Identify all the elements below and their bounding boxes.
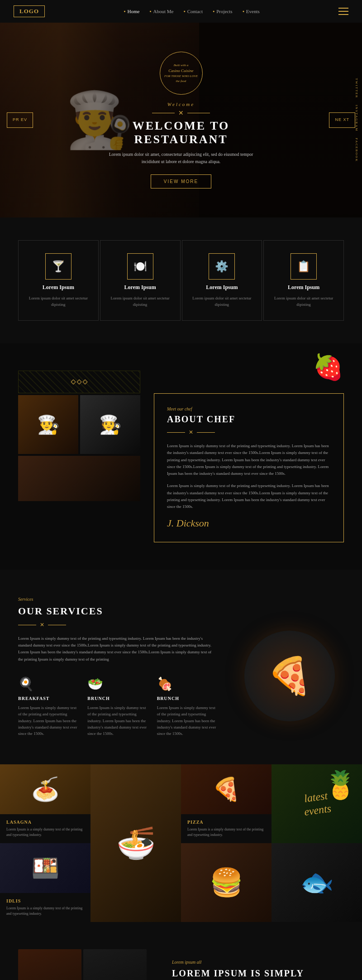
feature-title-1: Lorem Ipsum bbox=[124, 284, 156, 291]
nav-about[interactable]: ●About Me bbox=[149, 9, 173, 14]
testimonial-img-2: 🧑‍🍳 bbox=[83, 949, 147, 980]
service-title-0: BREAKFAST bbox=[18, 696, 78, 701]
event-cell-pizza: 🍕 PIZZA Lorem Ipsum is a simply dummy te… bbox=[181, 764, 272, 843]
about-body2: Lorem Ipsum is simply dummy text of the … bbox=[167, 483, 331, 510]
pizza-title: PIZZA bbox=[187, 820, 265, 825]
feature-text-0: Lorem ipsum dolor sit amet sectetur dipi… bbox=[26, 295, 91, 308]
nav-contact[interactable]: ●Contact bbox=[183, 9, 202, 14]
service-icon-1: 🥗 bbox=[87, 676, 148, 691]
burger-menu[interactable] bbox=[338, 8, 348, 15]
feature-item-3: 📋 Lorem Ipsum Lorem ipsum dolor sit amet… bbox=[263, 240, 344, 321]
hero-title: WELCOME TO RESTAURANT bbox=[90, 119, 272, 146]
hero-cta-btn[interactable]: VIEW MORE bbox=[151, 174, 211, 188]
about-content: Meet our chef ABOUT CHEF ✕ Lorem Ipsum i… bbox=[154, 393, 344, 542]
events-section: 🍝 LASAGNA Lorem Ipsum is a simply dummy … bbox=[0, 764, 362, 922]
feature-icon-1: 🍽️ bbox=[127, 253, 153, 280]
services-section: Services OUR SERVICES ✕ Lorem Ipsum is s… bbox=[0, 570, 362, 764]
feature-text-1: Lorem ipsum dolor sit amet sectetur dipi… bbox=[108, 295, 173, 308]
feature-icon-2: ⚙️ bbox=[209, 253, 235, 280]
nav-events[interactable]: ●Events bbox=[243, 9, 260, 14]
service-text-0: Lorem Ipsum is simply dummy text of the … bbox=[18, 705, 78, 737]
event-cell-burger: 🍔 bbox=[181, 843, 272, 922]
about-divider: ✕ bbox=[167, 429, 331, 436]
services-divider: ✕ bbox=[18, 622, 217, 628]
social-sidebar: Twitter Instagram Facebook bbox=[355, 78, 358, 162]
features-grid: 🍸 Lorem Ipsum Lorem ipsum dolor sit amet… bbox=[18, 240, 344, 321]
service-text-1: Lorem Ipsum is simply dummy text of the … bbox=[87, 705, 148, 737]
testimonial-images-container: ‹ 👨‍🍳 🧑‍🍳 › bbox=[18, 949, 149, 980]
event-cell-pasta: 🍜 bbox=[90, 764, 181, 922]
hero-subtitle: Lorem ipsum dolor sit amet, consectetur … bbox=[90, 151, 272, 165]
event-cell-lasagna: 🍝 LASAGNA Lorem Ipsum is a simply dummy … bbox=[0, 764, 90, 843]
event-cell-fish: 🐟 bbox=[272, 843, 362, 922]
about-images: 👨‍🍳 🧑‍🍳 bbox=[18, 371, 140, 501]
pizza-cell-img: 🍕 bbox=[181, 764, 272, 814]
hero-section: 👨‍🍳 PR EV NE XT Twitter Instagram Facebo… bbox=[0, 23, 362, 217]
features-section: 🍸 Lorem Ipsum Lorem ipsum dolor sit amet… bbox=[0, 217, 362, 343]
feature-title-0: Lorem Ipsum bbox=[43, 284, 74, 291]
hero-prev-btn[interactable]: PR EV bbox=[7, 112, 33, 128]
testimonial-img-1: 👨‍🍳 bbox=[18, 949, 81, 980]
social-facebook[interactable]: Facebook bbox=[355, 138, 358, 162]
services-label: Services bbox=[18, 597, 217, 602]
lasagna-title: LASAGNA bbox=[6, 820, 84, 825]
service-text-2: Lorem Ipsum is simply dummy text of the … bbox=[157, 705, 217, 737]
idlis-title: IDLIS bbox=[6, 898, 84, 903]
nav-links: ●Home ●About Me ●Contact ●Projects ●Even… bbox=[124, 9, 260, 14]
hero-badge-text: Built with a Casino Cuisine FOR THOSE WH… bbox=[162, 61, 200, 86]
about-large-img bbox=[18, 456, 140, 501]
services-left: Services OUR SERVICES ✕ Lorem Ipsum is s… bbox=[18, 597, 217, 737]
hero-content: Built with a Casino Cuisine FOR THOSE WH… bbox=[90, 52, 272, 188]
about-signature: J. Dickson bbox=[167, 517, 331, 529]
testimonial-inner: ‹ 👨‍🍳 🧑‍🍳 › Lorem ipsum all LOREM IPSUM … bbox=[18, 949, 344, 980]
feature-icon-0: 🍸 bbox=[45, 253, 71, 280]
about-label: Meet our chef bbox=[167, 406, 331, 411]
services-title: OUR SERVICES bbox=[18, 605, 217, 617]
social-twitter[interactable]: Twitter bbox=[355, 78, 358, 99]
feature-title-3: Lorem Ipsum bbox=[288, 284, 319, 291]
services-inner: Services OUR SERVICES ✕ Lorem Ipsum is s… bbox=[18, 597, 344, 737]
events-grid: 🍝 LASAGNA Lorem Ipsum is a simply dummy … bbox=[0, 764, 362, 922]
services-pizza-img: 🍕 bbox=[235, 597, 344, 737]
idlis-text: Lorem Ipsum is a simply dummy text of th… bbox=[6, 906, 84, 917]
about-inner: 👨‍🍳 🧑‍🍳 Meet our chef ABOUT CHEF ✕ Lorem… bbox=[18, 371, 344, 542]
about-pattern bbox=[18, 371, 140, 393]
feature-title-2: Lorem Ipsum bbox=[206, 284, 238, 291]
about-section: 🍓 👨‍🍳 🧑‍🍳 Meet our chef ABOUT CHEF bbox=[0, 343, 362, 570]
hero-next-btn[interactable]: NE XT bbox=[329, 112, 355, 128]
event-cell-idlis: 🍱 IDLIS Lorem Ipsum is a simply dummy te… bbox=[0, 843, 90, 922]
strawberry-decoration: 🍓 bbox=[313, 352, 344, 382]
hero-badge: Built with a Casino Cuisine FOR THOSE WH… bbox=[160, 52, 203, 95]
logo[interactable]: LOGO bbox=[14, 5, 45, 17]
service-card-2: 🍖 BRUNCH Lorem Ipsum is simply dummy tex… bbox=[157, 676, 217, 737]
testimonial-content: Lorem ipsum all LOREM IPSUM IS SIMPLY ✕ … bbox=[158, 951, 344, 980]
feature-text-2: Lorem ipsum dolor sit amet sectetur dipi… bbox=[190, 295, 255, 308]
service-card-0: 🍳 BREAKFAST Lorem Ipsum is simply dummy … bbox=[18, 676, 78, 737]
service-card-1: 🥗 BRUNCH Lorem Ipsum is simply dummy tex… bbox=[87, 676, 148, 737]
nav-home[interactable]: ●Home bbox=[124, 9, 139, 14]
latest-events-text: latestevents bbox=[301, 789, 332, 818]
pizza-text: Lorem Ipsum is a simply dummy text of th… bbox=[187, 827, 265, 838]
feature-item-0: 🍸 Lorem Ipsum Lorem ipsum dolor sit amet… bbox=[18, 240, 99, 321]
testimonial-label: Lorem ipsum all bbox=[172, 960, 330, 965]
about-body1: Lorem Ipsum is simply dummy text of the … bbox=[167, 443, 331, 477]
feature-text-3: Lorem ipsum dolor sit amet sectetur dipi… bbox=[271, 295, 336, 308]
testimonial-title: LOREM IPSUM IS SIMPLY bbox=[172, 968, 330, 979]
hero-divider: ✕ bbox=[90, 109, 272, 117]
service-title-1: BRUNCH bbox=[87, 696, 148, 701]
nav-projects[interactable]: ●Projects bbox=[213, 9, 233, 14]
service-icon-0: 🍳 bbox=[18, 676, 78, 691]
lasagna-text: Lorem Ipsum is a simply dummy text of th… bbox=[6, 827, 84, 838]
pizza-visual: 🍕 bbox=[244, 631, 335, 721]
testimonial-section: ‹ 👨‍🍳 🧑‍🍳 › Lorem ipsum all LOREM IPSUM … bbox=[0, 922, 362, 980]
about-action-img: 👨‍🍳 bbox=[18, 395, 78, 454]
main-nav: LOGO ●Home ●About Me ●Contact ●Projects … bbox=[0, 0, 362, 23]
service-title-2: BRUNCH bbox=[157, 696, 217, 701]
social-instagram[interactable]: Instagram bbox=[355, 105, 358, 131]
idlis-img: 🍱 bbox=[0, 843, 90, 893]
services-intro: Lorem Ipsum is simply dummy text of the … bbox=[18, 635, 217, 663]
about-portrait-img: 🧑‍🍳 bbox=[80, 395, 140, 454]
service-cards: 🍳 BREAKFAST Lorem Ipsum is simply dummy … bbox=[18, 676, 217, 737]
feature-icon-3: 📋 bbox=[291, 253, 317, 280]
feature-item-2: ⚙️ Lorem Ipsum Lorem ipsum dolor sit ame… bbox=[182, 240, 262, 321]
